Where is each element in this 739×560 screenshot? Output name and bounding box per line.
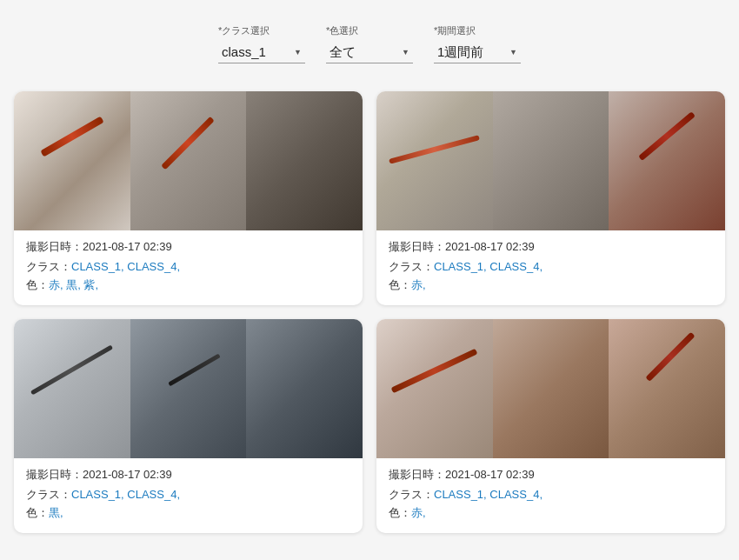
card-4-color-values: 赤, [411, 506, 426, 519]
card-4-images [376, 319, 725, 458]
card-2-class: クラス：CLASS_1, CLASS_4, [389, 259, 713, 275]
color-filter-wrapper[interactable]: 全て 赤 黒 紫 [326, 41, 413, 63]
filter-bar: *クラス選択 class_1 class_2 class_3 class_4 *… [14, 14, 725, 74]
card-4-img-2 [493, 319, 609, 458]
card-2-date: 撮影日時：2021-08-17 02:39 [389, 239, 713, 255]
card-4-img-3 [609, 319, 725, 458]
card-1-img-1 [14, 91, 130, 230]
card-3-img-3 [246, 319, 363, 458]
card-1-img-3 [246, 91, 363, 230]
card-2-class-values: CLASS_1, CLASS_4, [434, 260, 543, 273]
card-2-color: 色：赤, [389, 277, 713, 293]
card-1-img-2 [130, 91, 247, 230]
card-4-class-values: CLASS_1, CLASS_4, [434, 488, 543, 501]
color-select[interactable]: 全て 赤 黒 紫 [326, 41, 413, 63]
card-4-date: 撮影日時：2021-08-17 02:39 [389, 467, 713, 483]
card-2-img-2 [493, 91, 609, 230]
class-filter-group: *クラス選択 class_1 class_2 class_3 class_4 [218, 24, 305, 63]
card-4: 撮影日時：2021-08-17 02:39 クラス：CLASS_1, CLASS… [376, 319, 725, 533]
card-1-class-values: CLASS_1, CLASS_4, [71, 260, 180, 273]
card-1-date: 撮影日時：2021-08-17 02:39 [26, 239, 350, 255]
period-select[interactable]: 1週間前 1ヶ月前 3ヶ月前 [434, 41, 521, 63]
card-4-color: 色：赤, [389, 505, 713, 521]
card-3-info: 撮影日時：2021-08-17 02:39 クラス：CLASS_1, CLASS… [14, 458, 363, 533]
card-1-images [14, 91, 363, 230]
card-3-img-1 [14, 319, 130, 458]
card-3-img-2 [130, 319, 247, 458]
card-3-class: クラス：CLASS_1, CLASS_4, [26, 487, 350, 503]
card-1: 撮影日時：2021-08-17 02:39 クラス：CLASS_1, CLASS… [14, 91, 363, 305]
color-filter-group: *色選択 全て 赤 黒 紫 [326, 24, 413, 63]
card-2: 撮影日時：2021-08-17 02:39 クラス：CLASS_1, CLASS… [376, 91, 725, 305]
card-1-class: クラス：CLASS_1, CLASS_4, [26, 259, 350, 275]
class-filter-label: *クラス選択 [218, 24, 270, 37]
card-3-color-values: 黒, [49, 506, 63, 519]
card-1-color-values: 赤, 黒, 紫, [49, 278, 98, 291]
card-3-date: 撮影日時：2021-08-17 02:39 [26, 467, 350, 483]
card-4-img-1 [376, 319, 493, 458]
card-3-class-values: CLASS_1, CLASS_4, [71, 488, 180, 501]
card-1-color: 色：赤, 黒, 紫, [26, 277, 350, 293]
card-2-img-3 [609, 91, 725, 230]
card-2-color-values: 赤, [411, 278, 426, 291]
card-2-img-1 [376, 91, 493, 230]
card-3: 撮影日時：2021-08-17 02:39 クラス：CLASS_1, CLASS… [14, 319, 363, 533]
period-filter-label: *期間選択 [434, 24, 476, 37]
period-filter-wrapper[interactable]: 1週間前 1ヶ月前 3ヶ月前 [434, 41, 521, 63]
card-3-images [14, 319, 363, 458]
card-4-info: 撮影日時：2021-08-17 02:39 クラス：CLASS_1, CLASS… [376, 458, 725, 533]
period-filter-group: *期間選択 1週間前 1ヶ月前 3ヶ月前 [434, 24, 521, 63]
card-2-info: 撮影日時：2021-08-17 02:39 クラス：CLASS_1, CLASS… [376, 230, 725, 305]
card-1-info: 撮影日時：2021-08-17 02:39 クラス：CLASS_1, CLASS… [14, 230, 363, 305]
card-4-class: クラス：CLASS_1, CLASS_4, [389, 487, 713, 503]
card-2-images [376, 91, 725, 230]
card-grid: 撮影日時：2021-08-17 02:39 クラス：CLASS_1, CLASS… [14, 91, 725, 533]
class-filter-wrapper[interactable]: class_1 class_2 class_3 class_4 [218, 41, 305, 63]
color-filter-label: *色選択 [326, 24, 358, 37]
class-select[interactable]: class_1 class_2 class_3 class_4 [218, 41, 305, 63]
card-3-color: 色：黒, [26, 505, 350, 521]
